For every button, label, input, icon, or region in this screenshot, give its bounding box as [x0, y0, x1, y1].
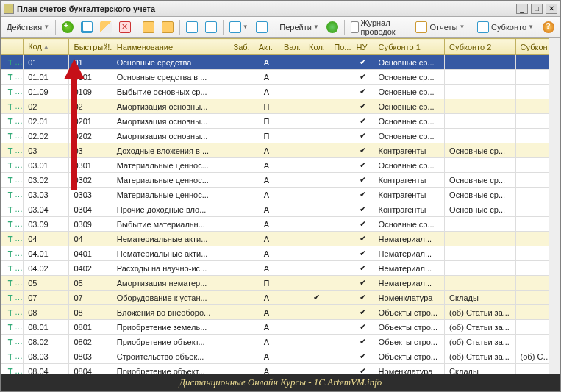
table-row[interactable]: T02.020202Амортизация основны...П✔Основн…	[1, 129, 560, 143]
table-row[interactable]: T0404Нематериальные акти...А✔Нематериал.…	[1, 232, 560, 246]
cell-akt: А	[254, 232, 279, 246]
filter2-button[interactable]	[253, 19, 271, 35]
table-row[interactable]: T08.020802Приобретение объект...А✔Объект…	[1, 335, 560, 349]
cell-nu: ✔	[351, 305, 374, 320]
col-name[interactable]: Наименование	[112, 39, 229, 55]
table-row[interactable]: T08.040804Приобретение объект...А✔Номенк…	[1, 364, 560, 374]
table-row[interactable]: T03.030303Материальные ценнос...А✔Контра…	[1, 188, 560, 202]
doc1-button[interactable]	[183, 19, 201, 35]
cell-val	[279, 305, 304, 320]
cell-code: 01.09	[24, 85, 69, 99]
cell-kol	[304, 335, 329, 349]
filter-icon	[229, 21, 241, 33]
cell-s1: Объекты стро...	[374, 335, 445, 349]
table-row[interactable]: T03.090309Выбытие материальн...А✔Основны…	[1, 217, 560, 232]
col-nu[interactable]: НУ	[351, 39, 374, 55]
cell-code: 03.03	[24, 188, 69, 202]
toolbar: Действия▼ ▼ Перейти▼ Журнал проводок Отч…	[1, 17, 560, 38]
cell-code: 07	[24, 291, 69, 305]
cell-nu: ✔	[351, 261, 374, 276]
maximize-button[interactable]: □	[531, 4, 543, 14]
doc2-button[interactable]	[202, 19, 220, 35]
col-s2[interactable]: Субконто 2	[445, 39, 516, 55]
minimize-button[interactable]: _	[516, 4, 528, 14]
help-button[interactable]	[540, 19, 557, 35]
table-row[interactable]: T08.010801Приобретение земель...А✔Объект…	[1, 320, 560, 335]
cell-s2	[445, 129, 516, 143]
table-row[interactable]: T04.010401Нематериальные акти...А✔Немате…	[1, 246, 560, 261]
table-row[interactable]: T03.020302Материальные ценнос...А✔Контра…	[1, 173, 560, 188]
table-row[interactable]: T0707Оборудование к устан...А✔✔Номенклат…	[1, 291, 560, 305]
account-icon: T	[6, 102, 15, 111]
close-button[interactable]: ✕	[546, 4, 557, 14]
col-icon[interactable]	[1, 39, 24, 55]
cell-fast: 0101	[69, 70, 112, 85]
table-row[interactable]: T04.020402Расходы на научно-ис...А✔Немат…	[1, 261, 560, 276]
actions-menu[interactable]: Действия▼	[4, 19, 52, 35]
cell-s1: Объекты стро...	[374, 349, 445, 364]
cell-po	[329, 305, 351, 320]
table-row[interactable]: T0101Основные средстваА✔Основные ср...	[1, 55, 560, 70]
copy-icon	[81, 21, 93, 33]
cell-name: Нематериальные акти...	[112, 232, 229, 246]
delete-button[interactable]	[116, 19, 134, 35]
table-row[interactable]: T0808Вложения во внеоборо...А✔Объекты ст…	[1, 305, 560, 320]
add-icon	[62, 21, 74, 33]
cell-akt: А	[254, 158, 279, 173]
cell-akt: А	[254, 305, 279, 320]
subkonto-menu[interactable]: Субконто▼	[474, 19, 537, 35]
table-row[interactable]: T01.090109Выбытие основных ср...А✔Основн…	[1, 85, 560, 99]
cell-code: 03.09	[24, 217, 69, 232]
cell-nu: ✔	[351, 129, 374, 143]
report-icon	[415, 21, 427, 33]
add-button[interactable]	[59, 19, 76, 35]
refresh-button[interactable]	[324, 19, 341, 35]
cell-akt: П	[254, 114, 279, 129]
table-row[interactable]: T03.040304Прочие доходные вло...А✔Контра…	[1, 202, 560, 217]
table-row[interactable]: T0303Доходные вложения в ...А✔Контрагент…	[1, 143, 560, 158]
table-row[interactable]: T0202Амортизация основны...П✔Основные ср…	[1, 99, 560, 114]
col-kol[interactable]: Кол.	[304, 39, 329, 55]
cell-val	[279, 173, 304, 188]
cell-akt: А	[254, 320, 279, 335]
cell-fast: 0301	[69, 158, 112, 173]
cell-fast: 0109	[69, 85, 112, 99]
app-icon	[4, 4, 14, 14]
cell-name: Материальные ценнос...	[112, 158, 229, 173]
cell-s2	[445, 85, 516, 99]
cell-po	[329, 261, 351, 276]
cell-name: Оборудование к устан...	[112, 291, 229, 305]
col-val[interactable]: Вал.	[279, 39, 304, 55]
table-row[interactable]: T03.010301Материальные ценнос...А✔Основн…	[1, 158, 560, 173]
col-akt[interactable]: Акт.	[254, 39, 279, 55]
col-po[interactable]: По...	[329, 39, 351, 55]
cell-kol	[304, 232, 329, 246]
account-icon: T	[6, 132, 15, 140]
cell-nu: ✔	[351, 349, 374, 364]
folder-icon	[143, 21, 154, 33]
copy-button[interactable]	[78, 19, 96, 35]
col-fast[interactable]: Быстрый!...	[69, 39, 112, 55]
vertical-scrollbar[interactable]	[549, 38, 560, 374]
cell-akt: А	[254, 246, 279, 261]
cell-name: Амортизация основны...	[112, 99, 229, 114]
journal-button[interactable]: Журнал проводок	[348, 19, 407, 35]
edit-button[interactable]	[97, 19, 115, 35]
accounts-table[interactable]: Код ▴ Быстрый!... Наименование Заб. Акт.…	[1, 38, 560, 374]
table-row[interactable]: T01.010101Основные средства в ...А✔Основ…	[1, 70, 560, 85]
cell-kol	[304, 143, 329, 158]
folder2-button[interactable]	[159, 19, 176, 35]
col-zab[interactable]: Заб.	[229, 39, 254, 55]
col-code[interactable]: Код ▴	[24, 39, 69, 55]
col-s1[interactable]: Субконто 1	[374, 39, 445, 55]
table-row[interactable]: T0505Амортизация нематер...П✔Нематериал.…	[1, 276, 560, 291]
sort-icon: ▴	[44, 42, 49, 51]
table-row[interactable]: T02.010201Амортизация основны...П✔Основн…	[1, 114, 560, 129]
filter1-button[interactable]: ▼	[226, 19, 251, 35]
folder1-button[interactable]	[140, 19, 157, 35]
goto-menu[interactable]: Перейти▼	[276, 19, 322, 35]
cell-name: Основные средства в ...	[112, 70, 229, 85]
cell-kol: ✔	[304, 291, 329, 305]
reports-menu[interactable]: Отчеты▼	[412, 19, 468, 35]
table-row[interactable]: T08.030803Строительство объек...А✔Объект…	[1, 349, 560, 364]
